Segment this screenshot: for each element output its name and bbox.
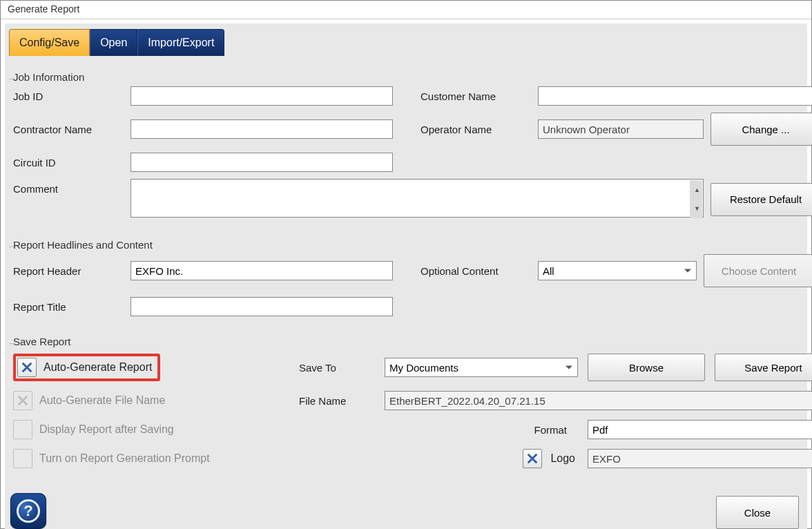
contractor-name-label: Contractor Name [13, 124, 130, 135]
operator-name-label: Operator Name [420, 124, 538, 135]
auto-generate-report-checkbox[interactable] [17, 358, 37, 377]
help-button[interactable]: ? [10, 493, 46, 529]
logo-label: Logo [550, 452, 575, 465]
report-generation-prompt-checkbox [13, 449, 32, 468]
report-headlines-legend: Report Headlines and Content [13, 239, 803, 251]
browse-button[interactable]: Browse [588, 354, 705, 381]
display-after-saving-label: Display Report after Saving [39, 423, 174, 436]
customer-name-label: Customer Name [420, 90, 538, 102]
circuit-id-label: Circuit ID [13, 157, 130, 169]
restore-default-button[interactable]: Restore Default [710, 183, 812, 216]
close-button[interactable]: Close [716, 496, 799, 529]
bottom-bar: ? Close [6, 481, 806, 529]
optional-content-select[interactable]: All [538, 261, 697, 280]
customer-name-input[interactable] [538, 86, 812, 106]
job-information-group: Job Information Job ID Customer Name Con… [9, 66, 803, 222]
comment-scroll-down[interactable]: ▼ [690, 200, 702, 219]
auto-generate-filename-label: Auto-Generate File Name [39, 394, 165, 407]
x-check-icon [17, 394, 29, 407]
report-generation-prompt-label: Turn on Report Generation Prompt [39, 452, 210, 465]
save-to-select[interactable]: My Documents [385, 358, 578, 377]
x-check-icon [21, 361, 33, 374]
format-select[interactable]: Pdf [588, 420, 812, 439]
job-id-label: Job ID [13, 90, 130, 102]
generate-report-window: Generate Report Config/Save Open Import/… [0, 0, 812, 529]
logo-input [588, 449, 812, 468]
choose-content-button: Choose Content [704, 254, 812, 287]
window-title: Generate Report [1, 1, 811, 19]
file-name-label: File Name [299, 395, 375, 407]
circuit-id-input[interactable] [130, 153, 393, 172]
file-name-input [385, 391, 812, 410]
format-label: Format [385, 424, 578, 436]
report-title-label: Report Title [13, 301, 130, 313]
change-operator-button[interactable]: Change ... [710, 113, 812, 146]
comment-scroll[interactable]: ▲ ▼ [690, 180, 702, 218]
tab-import-export[interactable]: Import/Export [137, 29, 224, 56]
comment-textarea[interactable] [130, 179, 704, 218]
job-id-input[interactable] [130, 86, 393, 106]
comment-label: Comment [13, 179, 130, 195]
auto-generate-report-highlight: Auto-Generate Report [13, 354, 160, 381]
content-area: Config/Save Open Import/Export Job Infor… [5, 23, 807, 529]
save-report-button[interactable]: Save Report [715, 354, 812, 381]
report-header-label: Report Header [13, 265, 130, 277]
tab-open[interactable]: Open [90, 29, 137, 56]
optional-content-label: Optional Content [420, 265, 538, 277]
report-headlines-group: Report Headlines and Content Report Head… [9, 233, 803, 319]
config-save-panel: Job Information Job ID Customer Name Con… [5, 56, 807, 529]
job-information-legend: Job Information [13, 71, 803, 83]
save-report-group: Save Report [9, 330, 803, 474]
operator-name-input [538, 119, 704, 139]
display-after-saving-checkbox [13, 420, 32, 439]
auto-generate-report-label: Auto-Generate Report [44, 361, 152, 374]
contractor-name-input[interactable] [130, 119, 393, 139]
help-icon: ? [17, 499, 40, 523]
save-report-legend: Save Report [13, 336, 803, 347]
logo-checkbox[interactable] [523, 449, 542, 468]
save-to-label: Save To [299, 362, 375, 374]
x-check-icon [526, 452, 539, 465]
auto-generate-filename-checkbox [13, 391, 32, 410]
report-header-input[interactable] [130, 261, 393, 280]
report-title-input[interactable] [130, 297, 393, 316]
tab-config-save[interactable]: Config/Save [9, 29, 90, 56]
comment-scroll-up[interactable]: ▲ [690, 180, 702, 200]
tab-bar: Config/Save Open Import/Export [5, 23, 807, 56]
